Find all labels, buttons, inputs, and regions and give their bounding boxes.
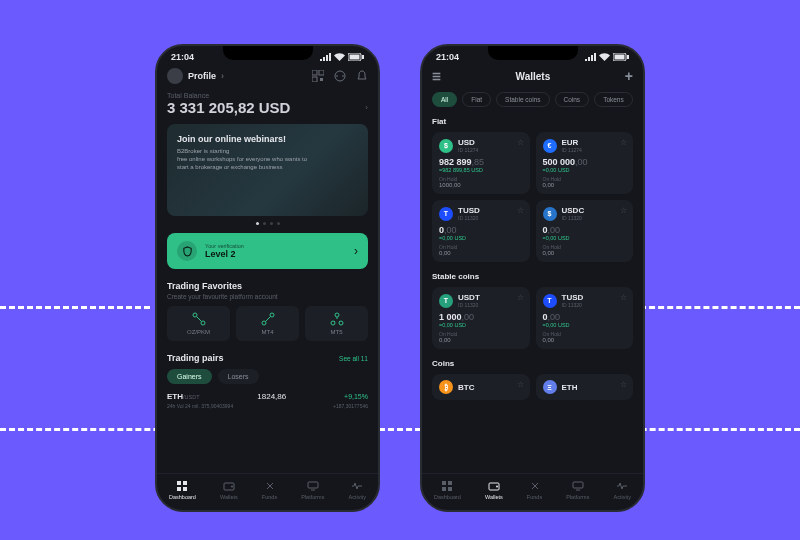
activity-icon — [351, 480, 363, 492]
pager-dots[interactable] — [167, 222, 368, 225]
wallet-usd: =982 899,85 USD — [439, 167, 523, 173]
nav-funds[interactable]: Funds — [527, 480, 542, 500]
star-icon[interactable]: ☆ — [517, 206, 524, 215]
wallet-card[interactable]: ☆ ₿ BTC — [432, 374, 530, 400]
coin-icon: € — [543, 139, 557, 153]
wallet-card[interactable]: ☆ $ USDC ID 11320 0,00 =0,00 USD On Hold… — [536, 200, 634, 262]
svg-rect-21 — [308, 482, 318, 488]
platform-icon — [192, 312, 206, 326]
qr-icon[interactable] — [312, 70, 324, 82]
star-icon[interactable]: ☆ — [620, 380, 627, 389]
tab-losers[interactable]: Losers — [218, 369, 259, 384]
see-all-link[interactable]: See all 11 — [339, 355, 368, 362]
platform-icon — [261, 312, 275, 326]
star-icon[interactable]: ☆ — [620, 293, 627, 302]
pair-base: ETH — [167, 392, 183, 401]
favorite-label: OZ/PKM — [187, 329, 210, 335]
nav-dashboard[interactable]: Dashboard — [434, 480, 461, 500]
chevron-right-icon: › — [365, 103, 368, 112]
star-icon[interactable]: ☆ — [517, 138, 524, 147]
nav-platforms[interactable]: Platforms — [301, 480, 324, 500]
nav-activity[interactable]: Activity — [613, 480, 630, 500]
nav-wallets[interactable]: Wallets — [485, 480, 503, 500]
pair-price: 1824,86 — [257, 392, 286, 401]
signal-icon — [320, 53, 331, 61]
phone-wallets: 21:04 ☰ Wallets + All Fiat Stable coins … — [420, 44, 645, 512]
on-hold-value: 0,00 — [543, 337, 627, 343]
wallet-card[interactable]: ☆ Ξ ETH — [536, 374, 634, 400]
menu-icon[interactable]: ☰ — [432, 71, 441, 82]
on-hold-value: 1000,00 — [439, 182, 523, 188]
support-icon[interactable] — [334, 70, 346, 82]
svg-rect-16 — [183, 481, 187, 485]
nav-activity[interactable]: Activity — [348, 480, 365, 500]
filter-all[interactable]: All — [432, 92, 457, 107]
wallet-card[interactable]: ☆ T TUSD ID 11320 0,00 =0,00 USD On Hold… — [536, 287, 634, 349]
balance-row[interactable]: 3 331 205,82 USD › — [167, 99, 368, 116]
banner-line1: B2Broker is starting — [177, 148, 358, 156]
signal-icon — [585, 53, 596, 61]
favorite-item[interactable]: OZ/PKM — [167, 306, 230, 341]
page-title: Wallets — [516, 71, 551, 82]
wallet-card[interactable]: ☆ T USDT ID 11320 1 000,00 =0,00 USD On … — [432, 287, 530, 349]
on-hold-value: 0,00 — [439, 250, 523, 256]
wifi-icon — [599, 53, 610, 61]
star-icon[interactable]: ☆ — [620, 138, 627, 147]
wallet-usd: =0,00 USD — [543, 167, 627, 173]
add-icon[interactable]: + — [625, 68, 633, 84]
coin-icon: T — [543, 294, 557, 308]
wallet-balance: 0,00 — [439, 225, 523, 235]
filter-fiat[interactable]: Fiat — [462, 92, 491, 107]
activity-icon — [616, 480, 628, 492]
coin-symbol: EUR — [562, 138, 582, 147]
svg-rect-31 — [573, 482, 583, 488]
svg-rect-27 — [442, 487, 446, 491]
wallet-card[interactable]: ☆ $ USD ID 11274 982 899,85 =982 899,85 … — [432, 132, 530, 194]
bottom-nav: Dashboard Wallets Funds Platforms Activi… — [157, 473, 378, 510]
chevron-right-icon: › — [221, 71, 224, 81]
favorites-sub: Create your favourite platform account — [167, 293, 368, 300]
verification-card[interactable]: Your verification Level 2 › — [167, 233, 368, 269]
coin-icon: T — [439, 207, 453, 221]
group-coins: Coins — [432, 359, 633, 368]
coin-symbol: TUSD — [562, 293, 584, 302]
coin-id: ID 11320 — [562, 215, 585, 221]
bell-icon[interactable] — [356, 70, 368, 82]
filter-coins[interactable]: Coins — [555, 92, 590, 107]
funds-icon — [264, 480, 276, 492]
wallet-card[interactable]: ☆ € EUR ID 11274 500 000,00 =0,00 USD On… — [536, 132, 634, 194]
platforms-icon — [572, 480, 584, 492]
tab-gainers[interactable]: Gainers — [167, 369, 212, 384]
nav-funds[interactable]: Funds — [262, 480, 277, 500]
star-icon[interactable]: ☆ — [620, 206, 627, 215]
pair-row[interactable]: ETH/USDT 1824,86 +9,15% — [167, 392, 368, 401]
wallet-usd: =0,00 USD — [439, 322, 523, 328]
coin-icon: $ — [543, 207, 557, 221]
star-icon[interactable]: ☆ — [517, 293, 524, 302]
wallet-usd: =0,00 USD — [439, 235, 523, 241]
webinar-banner[interactable]: Join our online webinars! B2Broker is st… — [167, 124, 368, 216]
verification-level: Level 2 — [205, 249, 244, 259]
star-icon[interactable]: ☆ — [517, 380, 524, 389]
favorite-label: MT5 — [331, 329, 343, 335]
favorite-item[interactable]: MT4 — [236, 306, 299, 341]
svg-rect-25 — [442, 481, 446, 485]
balance-value: 3 331 205,82 USD — [167, 99, 290, 116]
coin-id: ID 11320 — [562, 302, 584, 308]
status-icons — [320, 53, 364, 61]
wallet-card[interactable]: ☆ T TUSD ID 11320 0,00 =0,00 USD On Hold… — [432, 200, 530, 262]
svg-rect-1 — [350, 55, 360, 60]
favorite-item[interactable]: MT5 — [305, 306, 368, 341]
nav-platforms[interactable]: Platforms — [566, 480, 589, 500]
svg-rect-18 — [183, 487, 187, 491]
filter-stable[interactable]: Stable coins — [496, 92, 549, 107]
svg-rect-2 — [362, 55, 364, 59]
nav-dashboard[interactable]: Dashboard — [169, 480, 196, 500]
shield-icon — [177, 241, 197, 261]
profile-button[interactable]: Profile › — [167, 68, 224, 84]
nav-wallets[interactable]: Wallets — [220, 480, 238, 500]
filter-tokens[interactable]: Tokens — [594, 92, 633, 107]
dashboard-icon — [176, 480, 188, 492]
coin-icon: Ξ — [543, 380, 557, 394]
pair-change: +9,15% — [344, 393, 368, 400]
